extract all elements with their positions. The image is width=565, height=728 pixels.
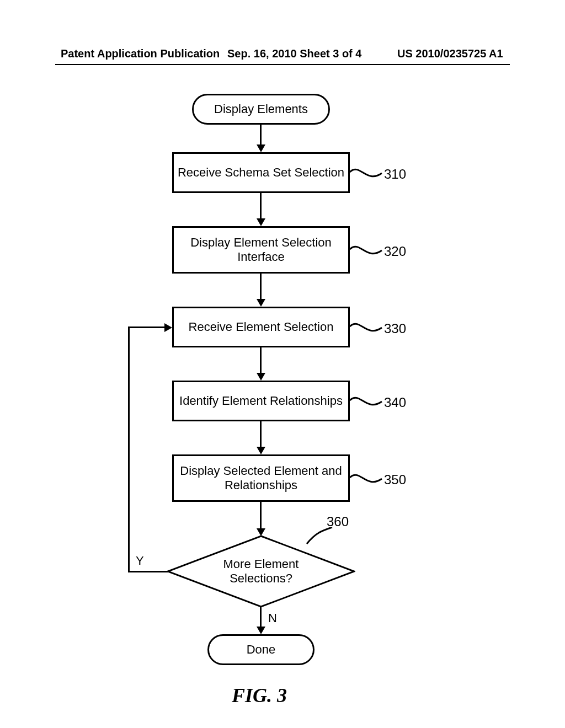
- arrow: [260, 125, 262, 147]
- arrow: [260, 347, 262, 375]
- box-350: Display Selected Element and Relationshi…: [172, 454, 350, 502]
- leader-line: [350, 165, 383, 185]
- leader-line: [350, 320, 383, 340]
- arrow: [260, 274, 262, 301]
- leader-line: [350, 243, 383, 263]
- arrow: [128, 571, 168, 572]
- terminator-done: Done: [207, 634, 315, 665]
- arrow: [260, 193, 262, 221]
- arrow-head-icon: [257, 447, 265, 454]
- decision-label: More Element Selections?: [167, 557, 355, 586]
- box-350-label: Display Selected Element and Relationshi…: [180, 464, 342, 493]
- patent-page: Patent Application Publication Sep. 16, …: [0, 0, 565, 728]
- arrow: [128, 326, 130, 572]
- arrow-head-icon: [164, 323, 172, 332]
- box-320: Display Element Selection Interface: [172, 226, 350, 274]
- figure-caption: FIG. 3: [232, 684, 287, 707]
- ref-320: 320: [384, 244, 406, 259]
- header-left: Patent Application Publication: [61, 47, 220, 60]
- ref-330: 330: [384, 321, 406, 336]
- terminator-start: Display Elements: [192, 94, 330, 125]
- header-right: US 2010/0235725 A1: [397, 47, 503, 60]
- header-center: Sep. 16, 2010 Sheet 3 of 4: [227, 47, 361, 60]
- header-rule: [55, 64, 510, 65]
- terminator-start-label: Display Elements: [214, 102, 308, 116]
- decision-360: More Element Selections?: [167, 535, 355, 608]
- arrow: [260, 502, 262, 531]
- box-330: Receive Element Selection: [172, 307, 350, 347]
- box-320-label: Display Element Selection Interface: [190, 235, 332, 265]
- arrow: [260, 421, 262, 449]
- arrow-head-icon: [257, 627, 265, 634]
- ref-350: 350: [384, 472, 406, 488]
- terminator-done-label: Done: [247, 643, 276, 657]
- arrow-head-icon: [257, 299, 265, 307]
- ref-310: 310: [384, 167, 406, 182]
- arrow-head-icon: [257, 373, 265, 381]
- box-340: Identify Element Relationships: [172, 381, 350, 421]
- arrow: [260, 607, 262, 629]
- arrow-head-icon: [257, 218, 265, 226]
- box-310-label: Receive Schema Set Selection: [178, 165, 344, 180]
- leader-line: [350, 394, 383, 414]
- arrow: [128, 326, 166, 328]
- box-330-label: Receive Element Selection: [189, 320, 334, 334]
- arrow-head-icon: [257, 144, 265, 152]
- box-310: Receive Schema Set Selection: [172, 152, 350, 193]
- branch-no-label: N: [268, 611, 277, 625]
- branch-yes-label: Y: [136, 554, 144, 568]
- box-340-label: Identify Element Relationships: [179, 394, 343, 408]
- leader-line: [350, 471, 383, 491]
- ref-340: 340: [384, 395, 406, 410]
